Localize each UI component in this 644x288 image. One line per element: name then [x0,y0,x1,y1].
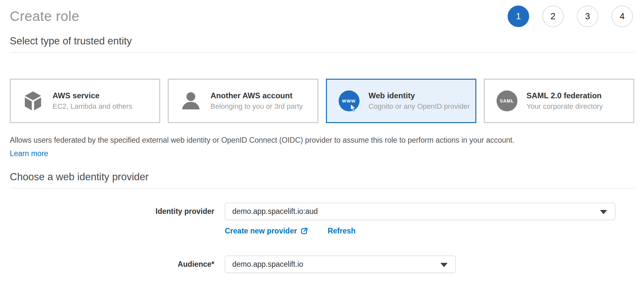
saml-icon: SAML [497,90,517,111]
cube-icon [23,90,43,111]
provider-heading: Choose a web identity provider [10,171,634,188]
web-identity-form: Identity provider demo.app.spacelift.io:… [10,203,634,273]
card-subtitle: EC2, Lambda and others [53,102,132,111]
audience-select[interactable]: demo.app.spacelift.io [225,256,456,273]
chevron-down-icon [600,210,607,214]
identity-provider-value: demo.app.spacelift.io:aud [232,207,318,216]
identity-provider-select[interactable]: demo.app.spacelift.io:aud [225,203,615,220]
card-another-aws-account[interactable]: Another AWS account Belonging to you or … [168,79,318,123]
identity-provider-label: Identity provider [10,207,214,216]
page-title: Create role [10,8,79,24]
external-link-icon [300,227,308,235]
person-icon [180,90,201,111]
card-title: SAML 2.0 federation [527,91,603,100]
audience-row: Audience* demo.app.spacelift.io [10,256,634,273]
wizard-step-4: 4 [611,6,633,27]
audience-value: demo.app.spacelift.io [232,260,303,269]
card-web-identity[interactable]: www Web identity Cognito or any OpenID p… [326,79,476,123]
refresh-link[interactable]: Refresh [328,227,356,235]
card-title: Another AWS account [210,91,303,100]
card-subtitle: Belonging to you or 3rd party [210,102,303,111]
page-header: Create role 1 2 3 4 [10,0,634,27]
create-role-page: Create role 1 2 3 4 Select type of trust… [0,0,644,273]
card-aws-service[interactable]: AWS service EC2, Lambda and others [10,79,160,123]
card-saml-federation[interactable]: SAML SAML 2.0 federation Your corporate … [484,79,634,123]
audience-label: Audience* [10,260,214,269]
card-title: Web identity [369,91,470,100]
trusted-entity-heading: Select type of trusted entity [10,35,634,52]
section-divider [10,188,634,188]
learn-more-link[interactable]: Learn more [10,149,48,158]
provider-links-row: Create new provider Refresh [225,227,634,235]
chevron-down-icon [440,263,448,267]
card-subtitle: Cognito or any OpenID provider [369,102,470,111]
section-divider [10,52,634,53]
create-new-provider-link[interactable]: Create new provider [225,227,308,235]
card-title: AWS service [53,91,132,100]
wizard-step-3: 3 [577,6,598,27]
card-subtitle: Your corporate directory [527,102,603,111]
entity-description: Allows users federated by the specified … [10,135,634,145]
wizard-step-1[interactable]: 1 [508,6,529,27]
wizard-step-2: 2 [542,6,564,27]
trusted-entity-cards: AWS service EC2, Lambda and others Anoth… [10,79,634,123]
www-globe-icon: www [339,90,360,111]
cursor-icon [350,104,357,112]
wizard-step-indicator: 1 2 3 4 [508,6,633,27]
identity-provider-row: Identity provider demo.app.spacelift.io:… [10,203,634,220]
